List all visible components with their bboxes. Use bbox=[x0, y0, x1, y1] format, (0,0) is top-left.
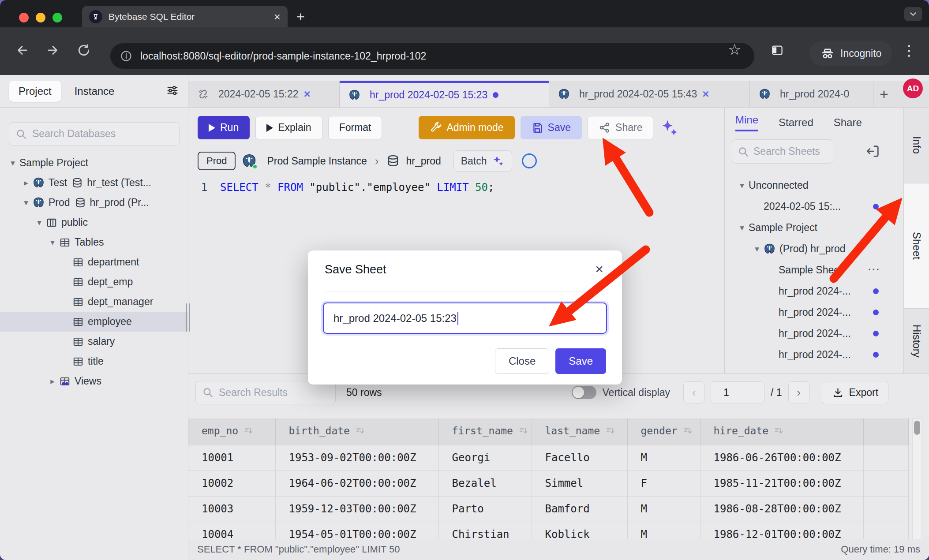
format-button[interactable]: Format bbox=[328, 116, 382, 139]
dialog-close-button[interactable]: Close bbox=[495, 348, 549, 374]
browser-menu-icon[interactable] bbox=[908, 45, 910, 57]
help-circle-icon[interactable] bbox=[522, 153, 537, 168]
tree-item-salary[interactable]: salary bbox=[0, 332, 188, 351]
table-cell[interactable]: 1954-05-01T00:00:00Z bbox=[275, 522, 438, 539]
search-databases-input[interactable]: Search Databases bbox=[9, 122, 180, 146]
sort-icon[interactable] bbox=[243, 426, 254, 438]
table-cell[interactable]: F bbox=[627, 470, 700, 496]
sort-icon[interactable] bbox=[518, 426, 529, 438]
table-cell[interactable]: 10001 bbox=[188, 445, 275, 470]
sort-icon[interactable] bbox=[774, 426, 784, 438]
caret-down-icon[interactable]: ▾ bbox=[735, 223, 749, 233]
caret-down-icon[interactable]: ▾ bbox=[735, 180, 749, 190]
ai-sparkles-icon[interactable] bbox=[659, 118, 679, 138]
tab-history[interactable]: History bbox=[904, 309, 929, 373]
table-cell[interactable]: Bezalel bbox=[438, 470, 532, 496]
column-header-emp-no[interactable]: emp_no bbox=[188, 418, 275, 445]
caret-down-icon[interactable]: ▾ bbox=[46, 237, 59, 247]
save-button[interactable]: Save bbox=[521, 116, 582, 139]
tree-item-sample-project[interactable]: ▾Sample Project bbox=[0, 153, 188, 173]
side-panel-icon[interactable] bbox=[767, 40, 788, 61]
sheet-item-2024-02-05-15[interactable]: 2024-02-05 15:... bbox=[725, 196, 903, 217]
tab-share[interactable]: Share bbox=[834, 116, 862, 129]
sheet-item-hr-prod-2024[interactable]: hr_prod 2024-... bbox=[725, 323, 903, 344]
table-cell[interactable]: M bbox=[627, 522, 700, 539]
sheet-item-sample-sheet[interactable]: Sample Sheet··· bbox=[725, 259, 903, 280]
caret-down-icon[interactable]: ▾ bbox=[19, 198, 33, 208]
table-cell[interactable]: 1953-09-02T00:00:00Z bbox=[275, 445, 438, 470]
share-button[interactable]: Share bbox=[588, 116, 653, 139]
tab-sheet[interactable]: Sheet bbox=[904, 183, 929, 309]
filter-sliders-icon[interactable] bbox=[166, 84, 179, 99]
caret-down-icon[interactable]: ▾ bbox=[33, 217, 46, 228]
tab-info[interactable]: Info bbox=[904, 108, 929, 183]
column-header-first-name[interactable]: first_name bbox=[438, 418, 532, 445]
browser-tab[interactable]: Bytebase SQL Editor × bbox=[82, 6, 288, 27]
window-close-button[interactable] bbox=[19, 13, 29, 22]
vertical-display-toggle[interactable] bbox=[572, 386, 596, 399]
back-icon[interactable] bbox=[11, 40, 33, 61]
table-cell[interactable]: 1986-06-26T00:00:00Z bbox=[700, 445, 863, 470]
sheet-item-unconnected[interactable]: ▾Unconnected bbox=[725, 175, 903, 196]
tree-item-public[interactable]: ▾public bbox=[0, 213, 188, 232]
tree-item-prod-hr-prod-pr[interactable]: ▾Prodhr_prod (Pr... bbox=[0, 193, 188, 213]
table-cell[interactable]: 1986-12-01T00:00:00Z bbox=[700, 522, 863, 539]
explain-button[interactable]: Explain bbox=[255, 116, 322, 139]
table-cell[interactable]: Chirstian bbox=[438, 522, 532, 539]
import-sheet-icon[interactable] bbox=[865, 144, 880, 161]
forward-icon[interactable] bbox=[42, 40, 64, 61]
table-cell[interactable]: 1985-11-21T00:00:00Z bbox=[700, 470, 863, 496]
table-cell[interactable]: 10003 bbox=[188, 496, 275, 522]
tree-item-test-hr-test-test[interactable]: ▸Testhr_test (Test... bbox=[0, 173, 188, 193]
editor-tab-hr-prod-2024-02-05-15-43[interactable]: hr_prod 2024-02-05 15:43× bbox=[549, 81, 750, 107]
more-options-icon[interactable]: ··· bbox=[868, 264, 880, 276]
next-page-button[interactable]: › bbox=[788, 381, 809, 403]
batch-button[interactable]: Batch bbox=[453, 150, 512, 172]
bookmark-star-icon[interactable]: ☆ bbox=[728, 41, 741, 58]
table-cell[interactable]: Facello bbox=[532, 445, 627, 470]
tree-item-tables[interactable]: ▾Tables bbox=[0, 232, 188, 252]
sheet-item-hr-prod-2024[interactable]: hr_prod 2024-... bbox=[725, 302, 903, 323]
window-minimize-button[interactable] bbox=[36, 13, 45, 22]
sheet-item-hr-prod-2024[interactable]: hr_prod 2024-... bbox=[725, 280, 903, 302]
tab-close-icon[interactable]: × bbox=[304, 87, 311, 101]
instance-name[interactable]: Prod Sample Instance bbox=[267, 155, 367, 167]
page-number-input[interactable]: 1 bbox=[711, 381, 764, 403]
tab-starred[interactable]: Starred bbox=[779, 116, 813, 129]
admin-mode-button[interactable]: Admin mode bbox=[419, 116, 514, 139]
table-cell[interactable]: Parto bbox=[438, 496, 532, 522]
sheet-item-prod-hr-prod[interactable]: ▾(Prod) hr_prod bbox=[725, 238, 903, 259]
caret-right-icon[interactable]: ▸ bbox=[19, 178, 33, 188]
column-header-gender[interactable]: gender bbox=[627, 418, 700, 445]
site-info-icon[interactable] bbox=[120, 50, 132, 62]
caret-down-icon[interactable]: ▾ bbox=[6, 158, 19, 168]
dialog-close-icon[interactable]: × bbox=[595, 261, 603, 277]
table-cell[interactable]: Bamford bbox=[532, 496, 627, 522]
sort-icon[interactable] bbox=[355, 426, 366, 438]
table-cell[interactable]: 10004 bbox=[188, 522, 275, 539]
tree-item-title[interactable]: title bbox=[0, 351, 188, 371]
new-tab-button[interactable]: + bbox=[296, 9, 305, 25]
new-sheet-tab-button[interactable]: + bbox=[880, 86, 888, 103]
avatar[interactable]: AD bbox=[903, 78, 923, 98]
tree-item-dept-emp[interactable]: dept_emp bbox=[0, 272, 188, 292]
tree-item-views[interactable]: ▸Views bbox=[0, 371, 188, 391]
environment-badge[interactable]: Prod bbox=[198, 152, 236, 170]
tree-item-dept-manager[interactable]: dept_manager bbox=[0, 292, 188, 312]
table-cell[interactable]: 10002 bbox=[188, 470, 275, 496]
tree-item-employee[interactable]: employee bbox=[0, 312, 188, 332]
prev-page-button[interactable]: ‹ bbox=[683, 381, 704, 403]
database-name[interactable]: hr_prod bbox=[406, 155, 441, 167]
caret-right-icon[interactable]: ▸ bbox=[46, 376, 59, 386]
column-header-birth-date[interactable]: birth_date bbox=[275, 418, 438, 445]
table-cell[interactable]: 1964-06-02T00:00:00Z bbox=[275, 470, 438, 496]
editor-tab-hr-prod-2024-0[interactable]: hr_prod 2024-0 bbox=[750, 81, 873, 107]
table-cell[interactable]: 1986-08-28T00:00:00Z bbox=[700, 496, 863, 522]
tree-item-department[interactable]: department bbox=[0, 252, 188, 272]
window-zoom-button[interactable] bbox=[52, 13, 62, 22]
sort-icon[interactable] bbox=[683, 426, 693, 438]
column-header-last-name[interactable]: last_name bbox=[532, 418, 627, 445]
tab-mine[interactable]: Mine bbox=[735, 114, 758, 131]
table-cell[interactable]: Simmel bbox=[532, 470, 627, 496]
search-sheets-input[interactable]: Search Sheets bbox=[732, 139, 833, 164]
